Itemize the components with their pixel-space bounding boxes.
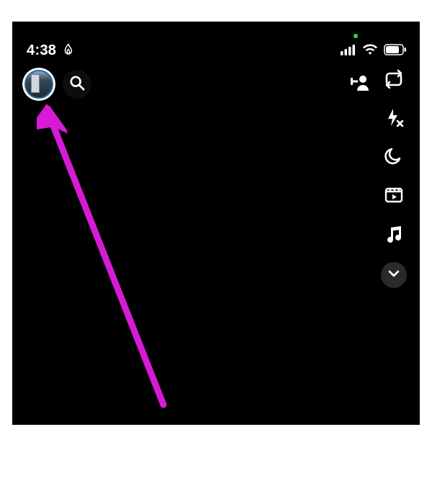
top-bar-left xyxy=(22,68,91,101)
camera-tools-rail xyxy=(378,68,410,288)
annotation-arrow xyxy=(37,104,174,413)
svg-line-20 xyxy=(50,117,163,405)
status-bar-left: 4:38 xyxy=(27,42,75,58)
status-time: 4:38 xyxy=(27,42,56,58)
svg-rect-0 xyxy=(341,51,343,55)
add-friend-button[interactable] xyxy=(348,72,372,96)
search-button[interactable] xyxy=(63,70,91,99)
expand-tools-button[interactable] xyxy=(381,262,407,288)
svg-rect-6 xyxy=(405,48,407,52)
night-mode-button[interactable] xyxy=(382,145,406,170)
svg-rect-5 xyxy=(386,46,399,53)
music-icon xyxy=(384,224,404,247)
camera-privacy-dot-icon xyxy=(354,34,358,38)
profile-avatar[interactable] xyxy=(22,68,55,101)
night-mode-icon xyxy=(384,146,404,169)
wifi-icon xyxy=(362,44,378,55)
flash-off-icon xyxy=(384,107,404,130)
svg-rect-1 xyxy=(345,49,348,55)
svg-point-7 xyxy=(71,77,81,86)
flip-camera-icon xyxy=(384,68,404,91)
svg-rect-10 xyxy=(351,81,358,83)
svg-marker-21 xyxy=(37,105,68,131)
svg-point-11 xyxy=(359,76,366,83)
svg-rect-3 xyxy=(353,45,356,55)
music-button[interactable] xyxy=(382,223,406,248)
chevron-down-icon xyxy=(387,267,400,283)
top-bar xyxy=(12,66,420,102)
svg-marker-22 xyxy=(37,104,68,134)
cellular-signal-icon xyxy=(341,44,356,55)
svg-line-8 xyxy=(80,86,84,90)
streak-icon xyxy=(62,43,75,56)
flip-camera-button[interactable] xyxy=(382,68,406,92)
avatar-image xyxy=(24,70,53,99)
status-bar-right xyxy=(341,44,407,55)
add-friend-icon xyxy=(351,75,369,94)
flash-button[interactable] xyxy=(382,107,406,131)
video-clip-icon xyxy=(384,185,404,208)
battery-icon xyxy=(384,44,407,55)
status-bar: 4:38 xyxy=(12,39,420,60)
video-clip-button[interactable] xyxy=(382,184,406,209)
search-icon xyxy=(69,75,85,94)
app-screen: 4:38 xyxy=(12,22,420,425)
svg-rect-2 xyxy=(348,47,351,55)
